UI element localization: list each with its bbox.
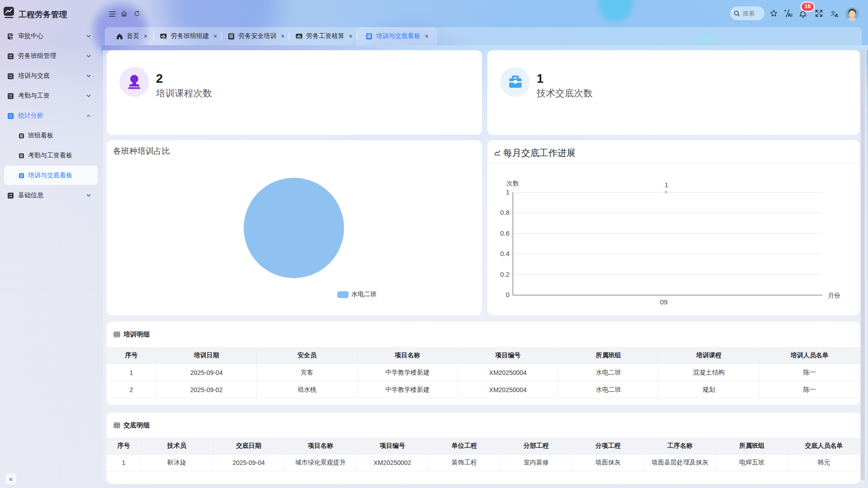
svg-text:Ai: Ai (788, 12, 793, 18)
svg-text:A: A (835, 13, 839, 18)
